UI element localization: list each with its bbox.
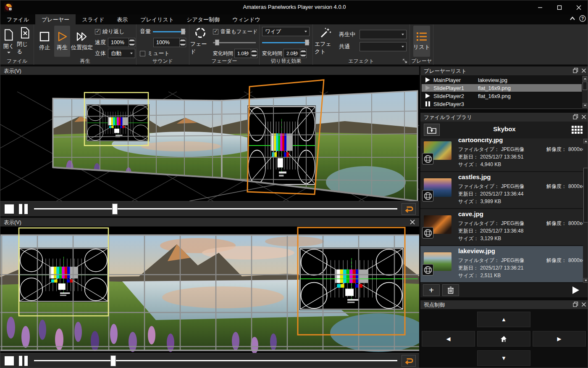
maximize-button[interactable] <box>550 0 569 14</box>
vp1-loop-button[interactable] <box>402 203 416 215</box>
close-button[interactable] <box>569 0 588 14</box>
look-down-button[interactable]: ▼ <box>477 350 530 366</box>
play-button[interactable]: 再生 <box>54 26 70 57</box>
look-right-button[interactable]: ▶ <box>533 331 586 347</box>
float-panel-icon[interactable] <box>573 114 578 119</box>
file-item-lakeview[interactable]: lakeview.jpg ファイルタイプ：JPEG画像 解像度：8000x400… <box>420 246 583 283</box>
transition-type-select[interactable]: ワイプ <box>262 27 310 36</box>
speed-up-arrow[interactable] <box>129 38 135 42</box>
speed-spinner[interactable]: 100% <box>108 38 135 47</box>
transition-duration-down[interactable] <box>300 53 306 58</box>
tab-view[interactable]: 表示 <box>110 14 134 24</box>
vp2-loop-button[interactable] <box>402 355 416 367</box>
file-library-panel-header[interactable]: ファイルライブラリ <box>420 113 588 122</box>
vp1-pause-button[interactable] <box>19 204 28 214</box>
player-row-slideplayer3[interactable]: SlidePlayer3 <box>422 100 582 108</box>
scroll-up-button[interactable] <box>583 76 587 81</box>
collapse-ribbon-icon[interactable] <box>569 16 576 21</box>
aperture-icon <box>194 27 206 39</box>
help-icon[interactable]: ? <box>579 15 586 22</box>
close-panel-icon[interactable] <box>581 114 586 119</box>
tab-file[interactable]: ファイル <box>0 14 35 24</box>
transition-duration-spinner[interactable]: 2.0秒 <box>284 49 307 58</box>
volume-slider[interactable] <box>153 29 186 34</box>
tab-slide[interactable]: スライド <box>76 14 110 24</box>
effect-button[interactable]: エフェクト <box>315 26 336 57</box>
player-row-mainplayer[interactable]: MainPlayer lakeview.jpg <box>422 76 582 84</box>
fade-duration-down[interactable] <box>251 53 257 58</box>
fade-duration-up[interactable] <box>251 49 257 53</box>
file-item-cartooncity[interactable]: cartooncity.jpg ファイルタイプ：JPEG画像 解像度：8000x… <box>420 138 583 172</box>
repeat-checkbox[interactable] <box>95 29 100 34</box>
seek-position-button[interactable]: 位置指定 <box>71 26 93 57</box>
file-list-scrollbar[interactable] <box>583 138 588 283</box>
open-button[interactable]: 開く <box>1 26 16 57</box>
viewport1-3d-scene[interactable] <box>0 75 419 201</box>
close-file-button[interactable]: 閉じる <box>17 26 33 57</box>
volume-fade-checkbox[interactable] <box>213 29 218 34</box>
view-control-panel-header[interactable]: 視点制御 <box>420 300 588 309</box>
fade-button[interactable]: フェード <box>190 26 210 57</box>
volume-down-arrow[interactable] <box>180 42 186 47</box>
stereo-select[interactable]: 自動 <box>108 49 135 58</box>
mute-checkbox[interactable] <box>140 51 145 56</box>
vp2-stop-button[interactable] <box>5 356 14 365</box>
view-control-pad: ▲ ◀ ▶ ▼ <box>420 309 588 368</box>
effect-common-select[interactable] <box>360 42 407 51</box>
scroll-down-button[interactable] <box>583 278 588 283</box>
svg-text:?: ? <box>581 16 584 21</box>
vp1-seek-slider[interactable] <box>34 201 397 217</box>
grid-view-button[interactable] <box>571 124 583 135</box>
library-play-button[interactable] <box>567 284 585 296</box>
transition-duration-up[interactable] <box>300 49 306 53</box>
player-list-panel-header[interactable]: プレーヤーリスト <box>420 66 588 75</box>
globe-icon <box>422 227 433 238</box>
look-up-button[interactable]: ▲ <box>477 312 530 327</box>
close-panel-icon[interactable] <box>581 68 586 73</box>
tab-window[interactable]: ウィンドウ <box>226 14 267 24</box>
file-item-castles[interactable]: castles.jpg ファイルタイプ：JPEG画像 解像度：8000x4000… <box>420 172 583 209</box>
chevron-down-icon <box>402 34 404 35</box>
fade-duration-spinner[interactable]: 1.0秒 <box>234 49 257 58</box>
stop-button[interactable]: 停止 <box>36 26 53 57</box>
vp2-seek-slider[interactable] <box>34 353 397 368</box>
open-file-icon <box>4 29 14 41</box>
scroll-down-button[interactable] <box>583 103 587 108</box>
float-panel-icon[interactable] <box>573 302 578 307</box>
minimize-button[interactable] <box>530 0 550 14</box>
magic-wand-icon <box>319 27 332 39</box>
tab-playlist[interactable]: プレイリスト <box>134 14 180 24</box>
close-panel-icon[interactable] <box>581 302 586 307</box>
player-list-scrollbar[interactable] <box>582 76 588 108</box>
list-icon <box>416 32 427 42</box>
tab-theater-control[interactable]: シアター制御 <box>180 14 226 24</box>
view-home-button[interactable] <box>477 331 530 347</box>
volume-spinner[interactable]: 100% <box>153 38 186 47</box>
volume-up-arrow[interactable] <box>180 38 186 42</box>
speed-down-arrow[interactable] <box>129 42 135 47</box>
viewport2-flat-scene[interactable] <box>0 227 419 353</box>
vp2-pause-button[interactable] <box>19 356 28 366</box>
viewport2-close-button[interactable] <box>408 218 417 226</box>
group-label-playback: 再生 <box>34 58 136 64</box>
fade-slider[interactable] <box>213 40 256 45</box>
look-left-button[interactable]: ◀ <box>422 331 475 347</box>
player-row-slideplayer1[interactable]: SlidePlayer1 flat_16x9.png <box>422 84 582 92</box>
vp1-stop-button[interactable] <box>5 204 14 214</box>
player-list: MainPlayer lakeview.jpg SlidePlayer1 fla… <box>420 75 588 109</box>
player-list-button[interactable]: リスト <box>413 26 430 57</box>
open-dropdown-caret[interactable] <box>7 52 10 53</box>
delete-file-button[interactable] <box>442 284 459 296</box>
arrow-left-icon: ◀ <box>446 336 451 342</box>
grid-view-icon <box>572 126 583 134</box>
player-row-slideplayer2[interactable]: SlidePlayer2 flat_16x9.png <box>422 92 582 100</box>
float-panel-icon[interactable] <box>573 68 578 73</box>
ribbon-group-fader: フェード 音量もフェード 変化時間 1.0秒 フェーダー <box>189 24 260 65</box>
add-file-button[interactable]: + <box>423 284 440 296</box>
effect-playing-select[interactable] <box>360 30 407 39</box>
scroll-up-button[interactable] <box>583 139 588 143</box>
file-item-cave[interactable]: cave.jpg ファイルタイプ：JPEG画像 解像度：8000x4000 更新… <box>420 209 583 246</box>
transition-slider[interactable] <box>262 40 310 45</box>
tab-player[interactable]: プレーヤー <box>35 14 76 24</box>
play-icon <box>572 286 579 294</box>
